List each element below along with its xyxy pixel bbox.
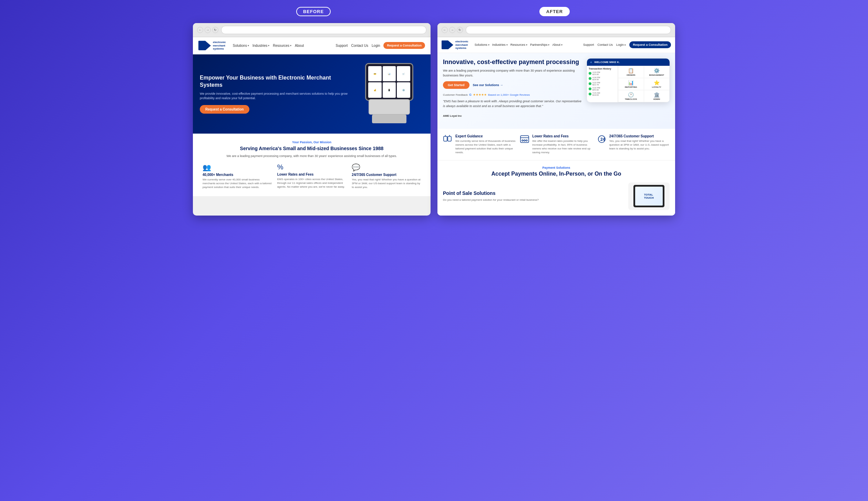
before-hero-device: 💳 📊 🛒 💰 📱 ⚙️ [355,61,424,127]
before-nav-login[interactable]: Login [372,44,380,48]
before-stat-rates-icon: % [277,163,347,171]
after-hero-cta-secondary[interactable]: See our Solutions → [473,83,503,87]
after-benefit-guidance-text: Expert Guidance We currently serve tens … [455,134,516,155]
after-section2: Expert Guidance We currently serve tens … [437,129,675,160]
after-dash-reporting[interactable]: 📊 REPORTING [618,78,644,90]
after-dash-timeclock-icon: 🕐 [628,92,634,97]
before-stat-rates-desc: EMS operates in 100+ cities across the U… [277,177,347,189]
after-nav-links: Solutions ▾ Industries ▾ Resources ▾ Par… [475,43,562,46]
after-hero-desc: We are a leading payment processing comp… [443,69,583,78]
after-benefit-guidance-title: Expert Guidance [455,134,516,138]
after-benefits-row: Expert Guidance We currently serve tens … [443,134,670,155]
svg-rect-0 [444,136,447,141]
after-label: AFTER [539,7,570,16]
before-stats-row: 👥 40,000+ Merchants We currently serve o… [200,163,424,189]
after-dash-reporting-label: REPORTING [625,86,637,88]
after-dashboard-widget: e WELCOME MIKE K. Transaction History 4:… [587,59,670,102]
after-trans-5-amount: $19.84 [592,94,616,96]
after-nav-login[interactable]: Login ▾ [616,43,626,46]
after-nav-solutions[interactable]: Solutions ▾ [475,43,489,46]
before-logo[interactable]: electronic merchant systems [198,41,226,51]
after-nav-partnerships[interactable]: Partnerships ▾ [530,43,550,46]
before-nav-solutions[interactable]: Solutions ▾ [233,44,249,48]
before-stat-merchants: 👥 40,000+ Merchants We currently serve o… [200,163,275,189]
after-pos-title: Point of Sale Solutions [443,190,625,196]
before-section2-tag: Your Passion, Our Mission [200,140,424,144]
before-refresh-btn[interactable]: ↻ [212,27,218,33]
after-payment-tag: Payment Solutions [443,166,670,169]
before-hero-cta[interactable]: Request a Consultation [200,105,249,114]
after-trans-1-info: 4:24 PM $15.00 [592,71,616,75]
after-trans-2-dot [589,77,591,80]
before-section2: Your Passion, Our Mission Serving Americ… [193,134,431,197]
after-dash-transactions: Transaction History 4:24 PM $15.00 [587,66,618,102]
after-forward-btn[interactable]: → [449,27,455,33]
after-testimonial-author: AME Loyal Inc [443,114,462,117]
before-stat-rates: % Lower Rates and Fees EMS operates in 1… [275,163,349,189]
after-back-btn[interactable]: ← [442,27,448,33]
after-nav: electronic merchant systems Solutions ▾ … [437,37,675,53]
before-label: BEFORE [296,7,331,16]
after-refresh-btn[interactable]: ↻ [457,27,463,33]
after-trans-3: 3:22 PM $22.79 [589,82,616,86]
before-back-btn[interactable]: ← [197,27,203,33]
before-forward-btn[interactable]: → [205,27,211,33]
after-benefit-support-icon: 24 [597,134,607,155]
after-nav-contact[interactable]: Contact Us [597,43,613,46]
after-pos-device: TOTALTOUCH [628,182,670,210]
before-stat-support: 💬 24/7/365 Customer Support Yes, you rea… [349,163,424,189]
before-browser-content: electronic merchant systems Solutions ▾ … [193,37,431,197]
terminal-base [369,99,410,115]
after-logo-text: electronic merchant systems [455,40,468,50]
after-payment-title: Accept Payments Online, In-Person, or On… [443,171,670,177]
after-nav-support[interactable]: Support [583,43,594,46]
after-dash-management[interactable]: ⚙️ MANAGEMENT [644,66,670,78]
after-hero-cta-primary[interactable]: Get Started [443,81,469,89]
before-cta-btn[interactable]: Request a Consultation [383,42,425,49]
after-hero-title: Innovative, cost-effective payment proce… [443,59,583,66]
after-dash-body: Transaction History 4:24 PM $15.00 [587,66,670,102]
after-dash-orders[interactable]: 📋 ORDERS [618,66,644,78]
after-dash-loyalty[interactable]: ⭐ LOYALTY [644,78,670,90]
before-nav-about[interactable]: About [295,44,304,48]
after-benefit-rates-desc: We offer the lowest rates possible to he… [532,139,592,155]
after-pos-screen: TOTALTOUCH [635,187,663,206]
after-logo[interactable]: electronic merchant systems [442,40,468,50]
before-nav-industries[interactable]: Industries ▾ [252,44,269,48]
after-trans-5: 4:15 AM $19.84 [589,92,616,96]
after-benefit-support-text: 24/7/365 Customer Support Yes, you read … [609,134,670,155]
before-stat-support-icon: 💬 [352,163,421,171]
svg-point-7 [524,140,525,141]
after-hero: Innovative, cost-effective payment proce… [437,53,675,129]
after-dash-admin[interactable]: 🏛️ ADMIN [644,90,670,102]
after-dash-timeclock[interactable]: 🕐 TIMECLOCK [618,90,644,102]
before-url-bar[interactable] [221,26,426,34]
after-cta-btn[interactable]: Request a Consultation [629,41,671,48]
after-trans-1-dot [589,72,591,75]
after-url-bar[interactable] [466,26,671,34]
after-trans-2-amount: $18.50 [592,79,616,81]
before-logo-text: electronic merchant systems [213,41,226,51]
after-trans-4-dot [589,87,591,90]
svg-text:24: 24 [600,137,605,142]
after-stars: ★★★★★ [473,93,487,96]
after-trans-5-info: 4:15 AM $19.84 [592,92,616,96]
before-nav-arrows: ← → ↻ [197,27,218,33]
after-nav-about[interactable]: About ▾ [552,43,562,46]
after-review-link[interactable]: Based on 1,000+ Google Reviews [488,93,530,96]
before-section2-title: Serving America's Small and Mid-sized Bu… [200,145,424,152]
after-dash-admin-icon: 🏛️ [654,92,660,97]
before-nav-support[interactable]: Support [336,44,348,48]
before-stat-rates-title: Lower Rates and Fees [277,173,347,176]
after-pos-tablet: TOTALTOUCH [633,185,664,207]
before-nav-resources[interactable]: Resources ▾ [273,44,291,48]
before-nav-right: Support Contact Us Login Request a Consu… [336,42,425,49]
after-benefit-rates-icon [520,134,529,155]
before-nav-contact[interactable]: Contact Us [351,44,368,48]
after-benefit-rates-text: Lower Rates and Fees We offer the lowest… [532,134,592,155]
after-dash-timeclock-label: TIMECLOCK [625,98,637,100]
after-nav-industries[interactable]: Industries ▾ [492,43,508,46]
after-nav-resources[interactable]: Resources ▾ [510,43,527,46]
terminal-stand [372,115,406,123]
after-benefit-guidance-desc: We currently serve tens of thousands of … [455,139,516,155]
